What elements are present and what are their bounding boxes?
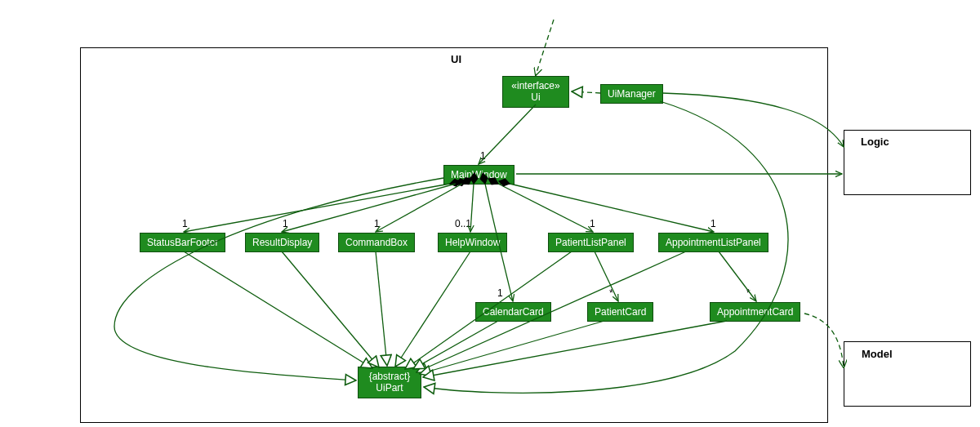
- class-help-window-name: HelpWindow: [445, 237, 500, 248]
- class-patient-list-panel-name: PatientListPanel: [555, 237, 626, 248]
- stereotype-abstract: {abstract}: [369, 371, 411, 382]
- class-calendar-card: CalendarCard: [475, 302, 551, 322]
- mult-appointment-list-panel: 1: [710, 218, 716, 229]
- mult-result-display: 1: [283, 218, 288, 229]
- class-result-display-name: ResultDisplay: [252, 237, 312, 248]
- class-appointment-card: AppointmentCard: [710, 302, 800, 322]
- class-appointment-list-panel: AppointmentListPanel: [658, 233, 768, 252]
- package-logic-title: Logic: [861, 136, 889, 148]
- mult-main-window: 1: [480, 150, 486, 162]
- class-ui-manager-name: UiManager: [608, 88, 656, 100]
- class-patient-card: PatientCard: [587, 302, 653, 322]
- class-patient-card-name: PatientCard: [595, 306, 646, 318]
- class-ui-part: {abstract} UiPart: [358, 367, 421, 398]
- class-command-box-name: CommandBox: [345, 237, 408, 248]
- class-main-window: MainWindow: [443, 165, 514, 185]
- class-appointment-list-panel-name: AppointmentListPanel: [666, 237, 761, 248]
- mult-calendar-card: 1: [497, 287, 503, 299]
- mult-status-bar-footer: 1: [182, 218, 188, 229]
- class-calendar-card-name: CalendarCard: [483, 306, 544, 318]
- class-help-window: HelpWindow: [438, 233, 507, 252]
- class-ui-interface: «interface» Ui: [502, 76, 569, 108]
- class-appointment-card-name: AppointmentCard: [717, 306, 793, 318]
- package-ui-title: UI: [451, 53, 461, 65]
- mult-help-window: 0..1: [455, 218, 471, 229]
- class-ui-manager: UiManager: [600, 84, 663, 104]
- package-model-title: Model: [862, 348, 893, 360]
- mult-patient-card: *: [609, 287, 613, 299]
- class-result-display: ResultDisplay: [245, 233, 319, 252]
- mult-patient-list-panel: 1: [590, 218, 595, 229]
- mult-command-box: 1: [374, 218, 380, 229]
- class-status-bar-footer-name: StatusBarFooter: [147, 237, 218, 248]
- stereotype-interface: «interface»: [511, 80, 559, 91]
- class-status-bar-footer: StatusBarFooter: [140, 233, 225, 252]
- class-patient-list-panel: PatientListPanel: [548, 233, 634, 252]
- class-ui-part-name: UiPart: [376, 382, 403, 394]
- class-ui-name: Ui: [531, 91, 540, 103]
- mult-appointment-card: *: [746, 287, 751, 299]
- class-main-window-name: MainWindow: [451, 169, 507, 180]
- class-command-box: CommandBox: [338, 233, 415, 252]
